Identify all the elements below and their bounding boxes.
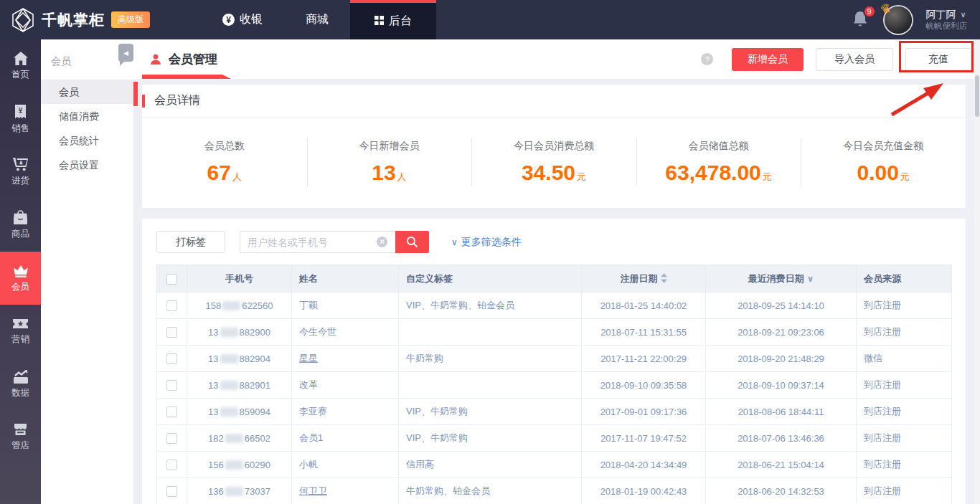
table-header-row: 手机号 姓名 自定义标签 注册日期 最近消费日期∨ 会员来源: [157, 265, 952, 293]
page-scrollbar-track[interactable]: [974, 39, 980, 504]
phone-masked-segment: [222, 301, 240, 310]
sidebar-collapse-button[interactable]: ◀: [118, 44, 133, 62]
col-last-consume-date[interactable]: 最近消费日期∨: [706, 265, 857, 293]
row-checkbox[interactable]: [166, 380, 177, 391]
nav-backend[interactable]: 后台: [350, 0, 436, 39]
table-row: 15660290 小帆 信用高 2018-04-20 14:34:49 2018…: [157, 452, 952, 478]
row-checkbox[interactable]: [166, 327, 177, 338]
home-icon: [14, 52, 28, 65]
col-register-date[interactable]: 注册日期: [582, 265, 706, 293]
register-date: 2018-09-10 09:35:58: [582, 372, 706, 399]
phone-masked-segment: [220, 354, 238, 363]
sub-sidebar-item[interactable]: 会员: [41, 80, 133, 104]
add-member-button[interactable]: 新增会员: [732, 48, 804, 71]
sub-sidebar: 会员 会员 储值消费 会员统计 会员设置: [41, 39, 133, 504]
brand-logo-icon: [11, 8, 35, 32]
user-name: 阿丁阿: [926, 8, 956, 21]
member-person-icon: [149, 53, 162, 66]
rail-item-sales[interactable]: ¥ 销售: [0, 92, 41, 146]
import-member-button[interactable]: 导入会员: [816, 48, 893, 71]
phone-masked-segment: [220, 328, 238, 337]
rail-item-marketing[interactable]: 营销: [0, 305, 41, 358]
member-name[interactable]: 会员1: [299, 432, 323, 443]
stat-label: 今日会员充值金额: [801, 140, 966, 153]
recharge-button[interactable]: 充值: [905, 48, 971, 71]
sub-sidebar-item[interactable]: 会员统计: [41, 128, 133, 153]
svg-text:¥: ¥: [19, 106, 23, 114]
user-menu[interactable]: 阿丁阿 ∨ 帆帆便利店: [926, 8, 968, 32]
help-icon[interactable]: ?: [701, 53, 713, 65]
stat-value: 13人: [307, 161, 472, 185]
phone-cell: 13882904: [187, 346, 292, 372]
member-source: 到店注册: [857, 425, 952, 452]
member-name[interactable]: 今生今世: [299, 326, 336, 337]
stat-value: 67人: [142, 161, 307, 185]
phone-cell: 18266502: [187, 425, 292, 452]
member-name[interactable]: 李亚赛: [299, 406, 327, 417]
member-table-body: 158622560 丁颖 VIP、牛奶常购、铂金会员 2018-01-25 14…: [157, 293, 952, 504]
member-name[interactable]: 星星: [299, 353, 318, 363]
rail-item-goods[interactable]: 商品: [0, 199, 41, 252]
sub-sidebar-item[interactable]: 储值消费: [41, 104, 133, 128]
tag-button[interactable]: 打标签: [156, 231, 225, 253]
store-name: 帆帆便利店: [926, 21, 968, 32]
more-filters-label: 更多筛选条件: [461, 236, 522, 249]
page-scrollbar-thumb[interactable]: [975, 75, 979, 117]
select-all-checkbox[interactable]: [166, 274, 177, 285]
member-tags: VIP、牛奶常购: [399, 399, 582, 425]
rail-item-purchase[interactable]: 进货: [0, 146, 41, 199]
stat-value: 34.50元: [471, 161, 636, 185]
rail-item-store[interactable]: 管店: [0, 411, 41, 464]
member-name[interactable]: 丁颖: [299, 300, 318, 310]
more-filters-link[interactable]: ∨ 更多筛选条件: [451, 236, 522, 249]
member-name[interactable]: 何卫卫: [299, 485, 327, 496]
crown-badge-icon: ♛: [877, 0, 893, 18]
search-icon: [406, 236, 418, 248]
col-source: 会员来源: [857, 265, 952, 293]
member-name[interactable]: 小帆: [299, 459, 318, 470]
store-icon: [13, 423, 28, 436]
notifications-button[interactable]: 9: [852, 9, 870, 31]
col-tags: 自定义标签: [399, 265, 582, 293]
content-scroll-area: 会员详情 会员总数 67人 今日新增会员 13人 今日会员消费总额 34.50元…: [133, 79, 980, 504]
avatar[interactable]: ♛: [885, 6, 912, 34]
member-table-card: 打标签 ✕ ∨ 更多筛选条件: [142, 219, 966, 504]
rail-item-home[interactable]: 首页: [0, 39, 41, 92]
stat-label: 今日新增会员: [307, 140, 472, 153]
sub-sidebar-item[interactable]: 会员设置: [41, 153, 133, 177]
row-checkbox[interactable]: [166, 353, 177, 364]
phone-prefix: 158: [205, 300, 221, 311]
stat-block: 今日会员消费总额 34.50元: [471, 140, 636, 185]
member-icon: [13, 264, 29, 277]
table-row: 13882904 星星 牛奶常购 2017-11-21 22:00:29 201…: [157, 346, 952, 372]
data-icon: [14, 370, 28, 384]
phone-suffix: 882904: [240, 353, 270, 364]
search-input[interactable]: [240, 231, 395, 253]
nav-mall[interactable]: 商城: [284, 0, 350, 39]
rail-item-member[interactable]: 会员: [0, 252, 41, 305]
row-checkbox[interactable]: [166, 300, 177, 311]
nav-cashier[interactable]: ¥ 收银: [201, 0, 284, 39]
header-actions: ? 新增会员 导入会员 充值: [701, 48, 971, 71]
row-checkbox[interactable]: [166, 406, 177, 417]
phone-cell: 13859094: [187, 399, 292, 425]
chevron-down-icon: ∨: [807, 274, 814, 284]
phone-suffix: 882900: [240, 327, 270, 338]
row-checkbox[interactable]: [166, 433, 177, 444]
row-checkbox[interactable]: [166, 460, 177, 470]
clear-search-icon[interactable]: ✕: [377, 237, 387, 247]
member-name[interactable]: 改革: [299, 379, 318, 390]
search-button[interactable]: [395, 231, 429, 253]
phone-suffix: 859094: [240, 406, 270, 417]
topbar: 千帆掌柜 高级版 ¥ 收银 商城 后台 9: [0, 0, 980, 39]
row-checkbox[interactable]: [166, 486, 177, 497]
brand-name: 千帆掌柜: [42, 10, 105, 30]
stat-unit: 元: [577, 171, 586, 182]
register-date: 2018-01-19 00:42:43: [582, 478, 706, 504]
details-card-title: 会员详情: [154, 93, 200, 108]
rail-item-data[interactable]: 数据: [0, 358, 41, 411]
page-title: 会员管理: [149, 51, 217, 67]
stat-unit: 元: [900, 171, 910, 182]
stat-block: 今日会员充值金额 0.00元: [801, 140, 966, 185]
member-tags: [399, 319, 582, 346]
